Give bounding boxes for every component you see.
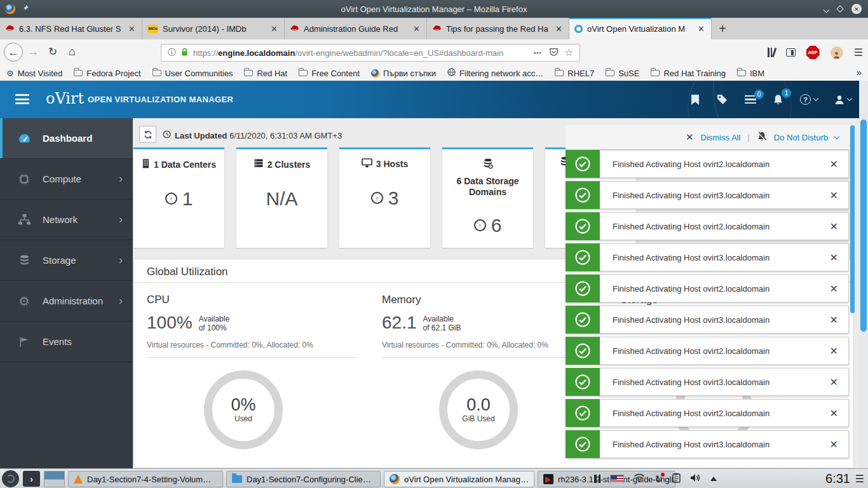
sidebar-item-compute[interactable]: Compute› <box>0 159 133 200</box>
bookmark-item[interactable]: Първи стъпки <box>371 69 436 78</box>
refresh-button[interactable] <box>139 126 156 143</box>
browser-tab[interactable]: oVirt Open Virtualization M✕ <box>569 18 712 39</box>
bookmarks-overflow-icon[interactable]: » <box>857 67 862 78</box>
taskbar-menu-icon[interactable]: ☰ <box>855 473 864 485</box>
bookmark-item[interactable]: Fedora Project <box>74 69 140 78</box>
bookmark-item[interactable]: Red Hat <box>244 69 287 78</box>
tasks-icon[interactable]: 0 <box>745 95 756 104</box>
do-not-disturb-button[interactable]: Do Not Disturb <box>774 133 828 142</box>
toast-notification: Finished Activating Host ovirt3.localdom… <box>566 368 849 396</box>
virtual-desktop-pager[interactable] <box>44 471 65 487</box>
tab-close-icon[interactable]: ✕ <box>269 24 279 34</box>
toast-close-icon[interactable]: ✕ <box>830 376 838 388</box>
inventory-card[interactable]: 3 Hosts↑3 <box>339 147 430 248</box>
app-menu-icon[interactable] <box>15 94 29 104</box>
bookmark-item[interactable]: Free Content <box>299 69 360 78</box>
toast-close-icon[interactable]: ✕ <box>830 220 838 233</box>
toast-close-icon[interactable]: ✕ <box>830 438 838 451</box>
updates-icon[interactable]: ↻ <box>654 473 663 485</box>
bookmark-item[interactable]: ⚙Most Visited <box>6 69 62 78</box>
home-button[interactable]: ⌂ <box>69 46 76 57</box>
new-tab-button[interactable]: + <box>712 18 733 39</box>
reload-button[interactable]: ↻ <box>48 46 57 57</box>
bookmark-star-icon[interactable]: ☆ <box>565 47 573 58</box>
tab-close-icon[interactable]: ✕ <box>696 24 706 34</box>
tab-label: Survivor (2014) - IMDb <box>163 24 265 34</box>
sidebar-item-administration[interactable]: ⚙Administration› <box>0 281 133 322</box>
site-info-icon[interactable]: ⓘ <box>168 47 176 58</box>
taskbar-task[interactable]: Day1-Section7-4-Setting-Volum… <box>68 471 223 487</box>
browser-tab[interactable]: IMDbSurvivor (2014) - IMDb✕ <box>142 18 285 39</box>
sidebar-item-label: Dashboard <box>43 133 92 144</box>
sidebar-item-storage[interactable]: Storage› <box>0 240 133 281</box>
bookmark-item[interactable]: IBM <box>737 69 764 78</box>
toast-message: Finished Activating Host ovirt2.localdom… <box>613 222 830 231</box>
toast-close-icon[interactable]: ✕ <box>830 158 838 170</box>
media-pause-icon[interactable] <box>594 475 600 483</box>
folder-icon <box>232 475 242 483</box>
inventory-card[interactable]: 6 Data Storage Domains↑6 <box>442 147 533 248</box>
taskbar-task[interactable]: Day1-Section7-Configuring-Clie… <box>226 471 381 487</box>
toast-close-icon[interactable]: ✕ <box>830 407 838 419</box>
network-icon <box>17 214 31 226</box>
browser-tab[interactable]: 6.3. NFS Red Hat Gluster S✕ <box>0 18 142 39</box>
tab-close-icon[interactable]: ✕ <box>127 24 137 34</box>
volume-icon[interactable] <box>690 473 701 484</box>
maximize-button[interactable] <box>836 5 843 12</box>
close-button[interactable]: ✕ <box>851 4 862 14</box>
wifi-icon[interactable] <box>634 473 645 484</box>
sidebar-item-label: Events <box>43 336 72 347</box>
bookmark-label: Red Hat Training <box>663 69 726 78</box>
adblock-icon[interactable]: ABP <box>806 46 820 59</box>
back-button[interactable]: ← <box>4 43 23 62</box>
tab-close-icon[interactable]: ✕ <box>412 24 421 34</box>
toast-close-icon[interactable]: ✕ <box>830 345 838 357</box>
sidebars-icon[interactable] <box>786 48 796 57</box>
taskbar-task[interactable]: oVirt Open Virtualization Manag… <box>384 471 534 487</box>
notifications-bell-icon[interactable]: 1 <box>773 94 783 105</box>
toast-message: Finished Activating Host ovirt3.localdom… <box>613 315 830 325</box>
library-icon[interactable] <box>768 48 775 57</box>
bookmark-item[interactable]: SuSE <box>606 69 639 78</box>
window-titlebar[interactable]: oVirt Open Virtualization Manager – Mozi… <box>0 0 868 18</box>
minimize-button[interactable] <box>824 4 829 14</box>
bookmark-item[interactable]: Filtering network acc… <box>447 68 543 78</box>
terminal-launcher-icon[interactable]: › <box>23 471 40 487</box>
tray-expand-icon[interactable] <box>710 477 717 481</box>
drawer-scrollbar[interactable] <box>850 125 855 313</box>
tab-close-icon[interactable]: ✕ <box>554 24 564 34</box>
toast-close-icon[interactable]: ✕ <box>830 283 838 295</box>
sidebar-item-events[interactable]: Events <box>0 322 133 362</box>
browser-tab[interactable]: Administration Guide Red✕ <box>285 18 427 39</box>
bookmark-item[interactable]: RHEL7 <box>555 69 594 78</box>
application-launcher-icon[interactable] <box>2 470 19 487</box>
url-bar[interactable]: ⓘ https://engine.localdomain/ovirt-engin… <box>161 44 580 62</box>
bookmark-item[interactable]: User Communities <box>153 69 233 78</box>
toast-notification: Finished Activating Host ovirt3.localdom… <box>566 306 849 334</box>
forward-button[interactable]: → <box>28 46 39 57</box>
bookmark-item[interactable]: Red Hat Training <box>651 69 726 78</box>
pocket-icon[interactable] <box>549 47 559 58</box>
user-menu[interactable] <box>834 95 851 105</box>
browser-tab[interactable]: Tips for passing the Red Ha✕ <box>427 18 569 39</box>
page-scrollbar[interactable] <box>859 81 868 468</box>
page-actions-icon[interactable]: ⋯ <box>534 48 543 58</box>
sidebar-item-dashboard[interactable]: Dashboard <box>0 118 133 159</box>
sidebar-item-network[interactable]: Network› <box>0 200 133 240</box>
page-scrollbar-thumb[interactable] <box>860 119 867 332</box>
toast-close-icon[interactable]: ✕ <box>830 252 838 264</box>
task-label: Day1-Section7-Configuring-Clie… <box>247 475 371 484</box>
dismiss-all-icon[interactable]: ✕ <box>686 132 694 143</box>
keyboard-layout-flag-icon[interactable] <box>610 475 624 483</box>
toast-close-icon[interactable]: ✕ <box>830 189 838 201</box>
bookmark-icon[interactable] <box>691 95 700 105</box>
inventory-card[interactable]: 2 ClustersN/A <box>236 147 327 248</box>
clipboard-icon[interactable] <box>672 473 681 485</box>
inventory-card[interactable]: 1 Data Centers↑1 <box>133 147 224 248</box>
dismiss-all-button[interactable]: Dismiss All <box>701 133 741 142</box>
help-menu[interactable]: ? <box>800 94 818 105</box>
tags-icon[interactable] <box>716 93 728 105</box>
avatar[interactable] <box>831 46 843 59</box>
browser-menu-icon[interactable]: ☰ <box>854 46 863 58</box>
toast-close-icon[interactable]: ✕ <box>830 314 838 326</box>
